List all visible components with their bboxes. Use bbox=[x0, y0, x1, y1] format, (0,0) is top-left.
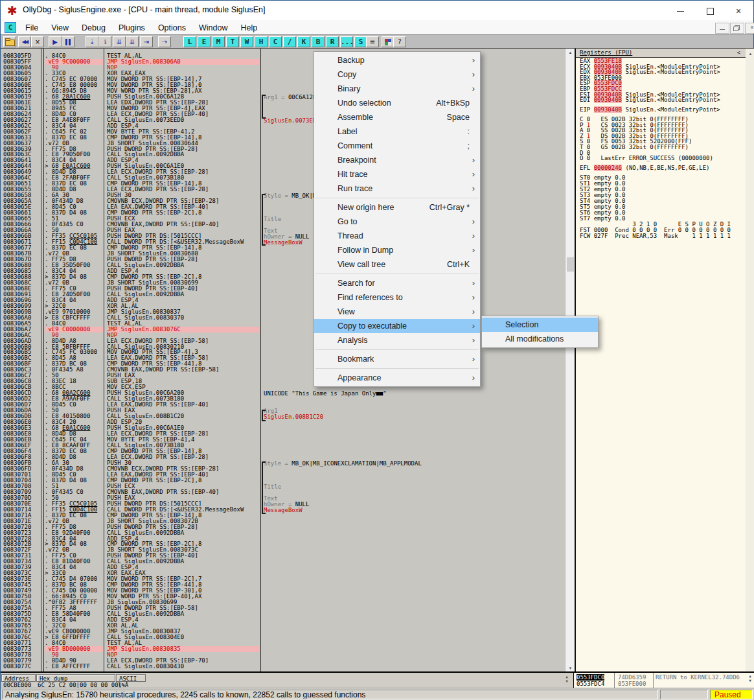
disasm-row[interactable]: 00830734. E8 81D40F00CALL SiglusEn.0092D… bbox=[1, 559, 565, 565]
view-patches-button[interactable]: / bbox=[283, 36, 296, 47]
disasm-row[interactable]: 00830779. 8D4D 90LEA ECX,DWORD PTR SS:[E… bbox=[1, 658, 565, 664]
help-button[interactable]: ? bbox=[393, 36, 406, 47]
disasm-row[interactable]: 00830778 90NOP bbox=[1, 652, 565, 658]
view-references-button[interactable]: R bbox=[326, 36, 339, 47]
disasm-row[interactable]: 00830739. 83C4 04ADD ESP,4 bbox=[1, 565, 565, 570]
go-to-address-button[interactable]: ⇢ bbox=[158, 36, 171, 47]
context-menu-item-assemble[interactable]: AssembleSpace bbox=[314, 110, 480, 124]
menu-help[interactable]: Help bbox=[234, 21, 264, 35]
context-menu-item-bookmark[interactable]: Bookmark› bbox=[314, 352, 480, 366]
context-menu-item-run-trace[interactable]: Run trace› bbox=[314, 181, 480, 196]
dump-header-hex[interactable]: Hex dump bbox=[36, 674, 115, 682]
dump-header-ascii[interactable]: ASCII bbox=[116, 674, 146, 682]
scroll-down-icon[interactable]: ▼ bbox=[566, 666, 575, 670]
view-cpu-button[interactable]: C bbox=[269, 36, 282, 47]
context-menu-item-thread[interactable]: Thread› bbox=[314, 229, 480, 243]
context-menu-item-label[interactable]: Label: bbox=[314, 124, 480, 139]
menu-window[interactable]: Window bbox=[192, 21, 234, 35]
menu-options[interactable]: Options bbox=[152, 21, 192, 35]
context-menu-item-undo-selection[interactable]: Undo selectionAlt+BkSp bbox=[314, 96, 480, 110]
disasm-row[interactable]: 0083075A. FF75 A8PUSH DWORD PTR SS:[EBP-… bbox=[1, 605, 565, 611]
registers-panel[interactable]: Registers (FPU) < EAX 0553FE18ECX 009304… bbox=[575, 49, 746, 672]
dump-scroll-arrows[interactable]: ▲▼ bbox=[562, 674, 572, 683]
view-windows-button[interactable]: W bbox=[240, 36, 253, 47]
disasm-row[interactable]: 0083072B> 837D D4 08CMP DWORD PTR SS:[EB… bbox=[1, 541, 565, 547]
options-list-button[interactable]: ≡ bbox=[366, 36, 379, 47]
context-menu-item-search-for[interactable]: Search for› bbox=[314, 276, 480, 290]
stack-pane[interactable]: ▲▼ 0553FDC074DD6359RETURN to KERNEL32.74… bbox=[573, 673, 754, 688]
pause-button[interactable] bbox=[62, 36, 74, 47]
close-button[interactable]: × bbox=[729, 6, 748, 16]
view-memory-button[interactable]: M bbox=[212, 36, 225, 47]
view-breakpoints-button[interactable]: B bbox=[312, 36, 325, 47]
disasm-row[interactable]: 00830720. FF75 D8PUSH DWORD PTR SS:[EBP-… bbox=[1, 524, 565, 530]
title-bar[interactable]: ✱ OllyDbg - SiglusEngine.exe - [CPU - ma… bbox=[1, 1, 753, 21]
menu-debug[interactable]: Debug bbox=[75, 21, 112, 35]
disasm-row[interactable]: 00830762. 83C4 04ADD ESP,4 bbox=[1, 617, 565, 623]
disasm-row[interactable]: 00830771. 84C0TEST AL,AL bbox=[1, 640, 565, 646]
submenu-item-all-modifications[interactable]: All modifications bbox=[482, 332, 598, 346]
menu-view[interactable]: View bbox=[45, 21, 75, 35]
view-handles-button[interactable]: H bbox=[255, 36, 268, 47]
context-menu-item-view-call-tree[interactable]: View call treeCtrl+K bbox=[314, 257, 480, 272]
context-menu-item-binary[interactable]: Binary› bbox=[314, 82, 480, 96]
step-into-button[interactable]: ⇣ bbox=[86, 36, 98, 47]
scroll-up-icon[interactable]: ▲ bbox=[566, 51, 575, 54]
cpu-window-icon[interactable]: C bbox=[5, 22, 16, 33]
close-process-button[interactable]: × bbox=[31, 36, 44, 47]
disasm-row[interactable]: 00830728. 83C4 04ADD ESP,4 bbox=[1, 536, 565, 542]
context-menu-item-find-references-to[interactable]: Find references to› bbox=[314, 290, 480, 305]
view-threads-button[interactable]: T bbox=[226, 36, 239, 47]
run-button[interactable]: ▶ bbox=[49, 36, 62, 47]
context-menu-item-breakpoint[interactable]: Breakpoint› bbox=[314, 153, 480, 167]
view-source-button[interactable]: S bbox=[354, 36, 367, 47]
disasm-row[interactable]: 00830765. 32C0XOR AL,AL bbox=[1, 623, 565, 629]
disasm-row[interactable]: 008306EB. C645 FC 04MOV BYTE PTR SS:[EBP… bbox=[1, 437, 565, 443]
animate-into-button[interactable]: ⇊ bbox=[113, 36, 126, 47]
disasm-row[interactable]: 00830745. 837D BC 08CMP DWORD PTR SS:[EB… bbox=[1, 582, 565, 588]
disasm-row[interactable]: 00830750. 66:8945 C0MOV WORD PTR SS:[EBP… bbox=[1, 594, 565, 600]
disasm-row[interactable]: 0083077C. E8 AFFCFFFFCALL SiglusEn.00830… bbox=[1, 664, 565, 670]
open-file-button[interactable] bbox=[3, 36, 16, 47]
disasm-row[interactable]: 0083075D. E8 58D40F00CALL SiglusEn.0092D… bbox=[1, 611, 565, 617]
disasm-row[interactable]: 0083076C> E8 6FFDFFFFCALL SiglusEn.00830… bbox=[1, 635, 565, 640]
view-run-trace-button[interactable]: ... bbox=[340, 36, 353, 47]
context-menu-item-copy[interactable]: Copy› bbox=[314, 67, 480, 82]
appearance-button[interactable] bbox=[382, 36, 394, 47]
context-menu-item-comment[interactable]: Comment; bbox=[314, 139, 480, 153]
context-menu-item-new-origin-here[interactable]: New origin hereCtrl+Gray * bbox=[314, 200, 480, 215]
disassembly-scrollbar[interactable]: ▲ ▼ bbox=[565, 49, 575, 672]
mdi-close-button[interactable]: × bbox=[745, 23, 754, 34]
mdi-minimize-button[interactable] bbox=[715, 23, 729, 34]
menu-file[interactable]: File bbox=[19, 21, 45, 35]
collapse-icon[interactable]: < bbox=[737, 49, 740, 56]
disasm-row[interactable]: 00830773 vE9 BD000000JMP SiglusEn.008308… bbox=[1, 646, 565, 652]
disasm-row[interactable]: 00830704. 837D D4 08CMP DWORD PTR SS:[EB… bbox=[1, 478, 565, 484]
disasm-row[interactable]: 0083071E.v72 0BJB SHORT SiglusEn.0083072… bbox=[1, 519, 565, 524]
context-menu-item-go-to[interactable]: Go to› bbox=[314, 215, 480, 229]
view-executables-button[interactable]: E bbox=[198, 36, 211, 47]
view-log-button[interactable]: L bbox=[183, 36, 196, 47]
disasm-row[interactable]: 00830709. 0F4345 C0CMOVNB EAX,DWORD PTR … bbox=[1, 489, 565, 495]
registers-scrollbar[interactable]: ▲ bbox=[746, 49, 754, 672]
execute-till-return-button[interactable]: ⇥ bbox=[140, 36, 153, 47]
context-menu-item-appearance[interactable]: Appearance› bbox=[314, 371, 480, 385]
disasm-row[interactable]: 008306FD. 0F434D D8CMOVNB ECX,DWORD PTR … bbox=[1, 466, 565, 472]
context-menu-item-copy-to-executable[interactable]: Copy to executable› bbox=[314, 319, 480, 333]
mdi-restore-button[interactable] bbox=[730, 23, 744, 34]
disasm-row[interactable]: 00830723. E8 92D40F00CALL SiglusEn.0092D… bbox=[1, 530, 565, 536]
disasm-row[interactable]: 008306D7. 8D45 C0LEA EAX,DWORD PTR SS:[E… bbox=[1, 402, 565, 408]
context-menu-item-analysis[interactable]: Analysis› bbox=[314, 333, 480, 347]
disasm-row[interactable]: 008306D2. E8 A9AAF0FFCALL SiglusEn.0073B… bbox=[1, 396, 565, 402]
disasm-row[interactable]: 00830754.^0F82 3FFFFFFFJB SiglusEn.00830… bbox=[1, 600, 565, 605]
registers-header[interactable]: Registers (FPU) < bbox=[576, 49, 746, 58]
disasm-row[interactable]: 00830767.vE9 CB000000JMP SiglusEn.008308… bbox=[1, 629, 565, 635]
disasm-row[interactable]: 00830749. C745 D0 00000MOV DWORD PTR SS:… bbox=[1, 588, 565, 594]
context-menu-item-view[interactable]: View› bbox=[314, 305, 480, 319]
disasm-row[interactable]: 0083071A. 837D EC 08CMP DWORD PTR SS:[EB… bbox=[1, 513, 565, 519]
stack-row[interactable]: 0553FDC074DD6359RETURN to KERNEL32.74DD6 bbox=[574, 674, 754, 681]
disasm-row[interactable]: 0083073E. C745 D4 07000MOV DWORD PTR SS:… bbox=[1, 576, 565, 582]
disasm-row[interactable]: 00830731. FF75 C0PUSH DWORD PTR SS:[EBP-… bbox=[1, 553, 565, 559]
disasm-row[interactable]: 008306F4. 837D EC 08CMP DWORD PTR SS:[EB… bbox=[1, 449, 565, 454]
disasm-row[interactable]: 008306F8. 8D4D D8LEA ECX,DWORD PTR SS:[E… bbox=[1, 454, 565, 460]
